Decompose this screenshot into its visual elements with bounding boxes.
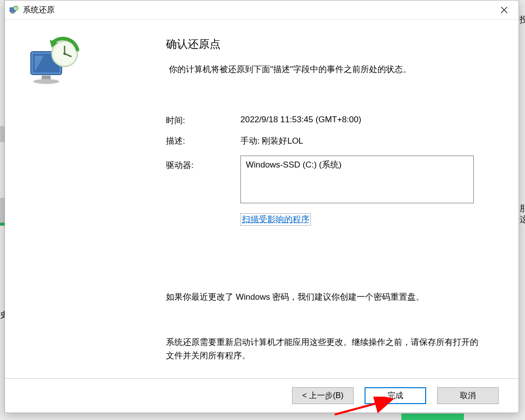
password-hint-text: 如果你最近更改了 Windows 密码，我们建议你创建一个密码重置盘。	[166, 290, 491, 304]
window-title: 系统还原	[23, 5, 493, 15]
page-intro-text: 你的计算机将被还原到下面"描述"字段中的事件之前所处的状态。	[166, 64, 491, 75]
page-heading: 确认还原点	[166, 37, 491, 52]
cancel-button[interactable]: 取消	[437, 387, 499, 404]
system-restore-wizard-window: 系统还原	[4, 0, 519, 413]
system-restore-icon	[9, 5, 19, 15]
svg-rect-7	[42, 76, 51, 80]
drives-label: 驱动器:	[166, 156, 240, 203]
description-label: 描述:	[166, 135, 240, 147]
wizard-content: 确认还原点 你的计算机将被还原到下面"描述"字段中的事件之前所处的状态。 时间:…	[102, 20, 519, 378]
svg-point-8	[33, 79, 59, 84]
svg-point-13	[64, 53, 66, 55]
time-value: 2022/9/18 11:53:45 (GMT+8:00)	[240, 115, 491, 126]
svg-rect-2	[10, 13, 14, 13]
back-button[interactable]: < 上一步(B)	[292, 387, 354, 404]
titlebar: 系统还原	[5, 0, 519, 20]
drive-item[interactable]: Windows-SSD (C:) (系统)	[246, 159, 468, 170]
scan-affected-programs-link[interactable]: 扫描受影响的程序	[240, 213, 311, 226]
drives-listbox[interactable]: Windows-SSD (C:) (系统)	[240, 156, 474, 203]
svg-rect-1	[11, 12, 14, 13]
restart-warning-text: 系统还原需要重新启动计算机才能应用这些更改。继续操作之前，请保存所有打开的文件并…	[166, 336, 491, 362]
finish-button[interactable]: 完成	[365, 387, 426, 404]
description-value: 手动: 刚装好LOL	[240, 135, 491, 147]
restore-illustration-icon	[24, 35, 83, 94]
wizard-footer: < 上一步(B) 完成 取消	[5, 378, 519, 413]
wizard-sidebar	[5, 20, 102, 378]
close-button[interactable]	[493, 2, 516, 18]
time-label: 时间:	[166, 115, 240, 126]
